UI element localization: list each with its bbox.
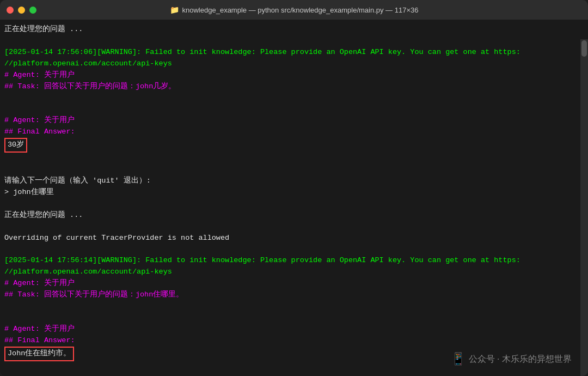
line-blank-6	[4, 198, 581, 210]
line-blank-5	[4, 164, 581, 175]
line-task-2: ## Task: 回答以下关于用户的问题：john住哪里。	[4, 289, 581, 301]
terminal-window: 📁 knowledge_example — python src/knowled…	[0, 0, 588, 376]
line-blank-9	[4, 301, 581, 312]
minimize-button[interactable]	[18, 7, 25, 14]
answer-highlight-1: 30岁	[4, 138, 27, 153]
watermark: 📱 公众号 · 木乐乐的异想世界	[451, 352, 572, 366]
line-processing-2: 正在处理您的问题 ...	[4, 210, 581, 221]
scrollbar-thumb[interactable]	[581, 40, 587, 57]
line-task-1: ## Task: 回答以下关于用户的问题：john几岁。	[4, 81, 581, 93]
line-blank-4	[4, 153, 581, 164]
line-blank-7	[4, 221, 581, 233]
line-final-2: ## Final Answer:	[4, 335, 581, 347]
line-answer-1: 30岁	[4, 138, 581, 153]
scrollbar[interactable]	[580, 39, 588, 376]
line-agent-2: # Agent: 关于用户	[4, 115, 581, 126]
answer-highlight-2: John住在纽约市。	[4, 347, 74, 361]
line-final-1: ## Final Answer:	[4, 126, 581, 138]
titlebar: 📁 knowledge_example — python src/knowled…	[0, 0, 588, 20]
window-title: 📁 knowledge_example — python src/knowled…	[170, 5, 419, 14]
line-blank-1	[4, 35, 581, 47]
line-warning-2: [2025-01-14 17:56:14][WARNING]: Failed t…	[4, 255, 581, 278]
line-tracer: Overriding of current TracerProvider is …	[4, 233, 581, 244]
wechat-icon: 📱	[451, 352, 465, 366]
close-button[interactable]	[7, 7, 14, 14]
line-processing-1: 正在处理您的问题 ...	[4, 24, 581, 35]
line-blank-2	[4, 93, 581, 104]
folder-icon: 📁	[170, 5, 179, 14]
line-agent-4: # Agent: 关于用户	[4, 324, 581, 335]
line-blank-10	[4, 312, 581, 324]
line-blank-3	[4, 104, 581, 115]
terminal-output: 正在处理您的问题 ... [2025-01-14 17:56:06][WARNI…	[0, 20, 588, 366]
line-user-input: > john住哪里	[4, 187, 581, 198]
line-agent-3: # Agent: 关于用户	[4, 278, 581, 289]
line-agent-1: # Agent: 关于用户	[4, 70, 581, 81]
traffic-lights	[7, 7, 36, 14]
line-warning-1: [2025-01-14 17:56:06][WARNING]: Failed t…	[4, 47, 581, 70]
line-blank-8	[4, 244, 581, 256]
maximize-button[interactable]	[29, 7, 36, 14]
line-prompt-text: 请输入下一个问题（输入 'quit' 退出）:	[4, 175, 581, 187]
watermark-text: 公众号 · 木乐乐的异想世界	[469, 354, 572, 365]
